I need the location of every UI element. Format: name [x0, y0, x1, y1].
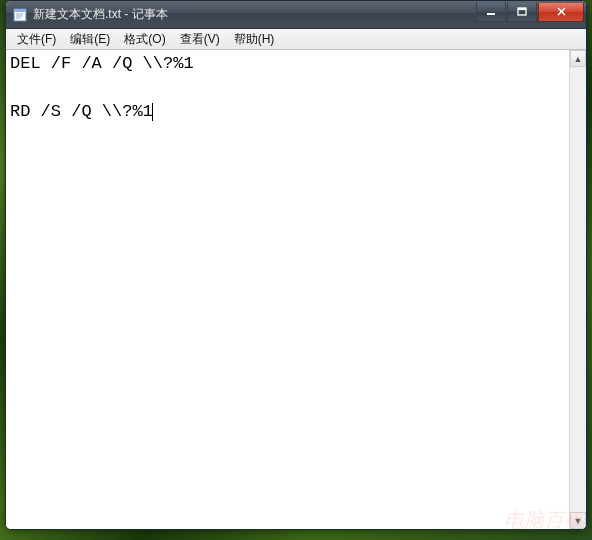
svg-rect-7: [518, 8, 526, 10]
maximize-button[interactable]: [507, 3, 537, 22]
menu-file[interactable]: 文件(F): [10, 29, 63, 50]
minimize-button[interactable]: [476, 3, 506, 22]
menu-edit[interactable]: 编辑(E): [63, 29, 117, 50]
svg-rect-1: [14, 9, 26, 12]
scroll-up-arrow[interactable]: ▲: [570, 50, 586, 67]
notepad-window: 新建文本文档.txt - 记事本 文件(F) 编辑(E) 格式(O) 查看(V)…: [5, 0, 587, 530]
window-controls: [476, 3, 584, 22]
notepad-icon: [12, 7, 28, 23]
scroll-down-arrow[interactable]: ▼: [570, 512, 586, 529]
menu-view[interactable]: 查看(V): [173, 29, 227, 50]
text-editor[interactable]: DEL /F /A /Q \\?%1 RD /S /Q \\?%1: [6, 50, 569, 529]
vertical-scrollbar[interactable]: ▲ ▼: [569, 50, 586, 529]
menubar: 文件(F) 编辑(E) 格式(O) 查看(V) 帮助(H): [6, 29, 586, 50]
titlebar[interactable]: 新建文本文档.txt - 记事本: [6, 1, 586, 29]
window-title: 新建文本文档.txt - 记事本: [33, 6, 476, 23]
scroll-track[interactable]: [570, 67, 586, 512]
menu-format[interactable]: 格式(O): [117, 29, 172, 50]
close-button[interactable]: [538, 3, 584, 22]
editor-area: DEL /F /A /Q \\?%1 RD /S /Q \\?%1 ▲ ▼: [6, 50, 586, 529]
text-caret: [152, 103, 153, 121]
editor-content: DEL /F /A /Q \\?%1 RD /S /Q \\?%1: [10, 54, 194, 121]
menu-help[interactable]: 帮助(H): [227, 29, 282, 50]
svg-rect-5: [487, 13, 495, 15]
